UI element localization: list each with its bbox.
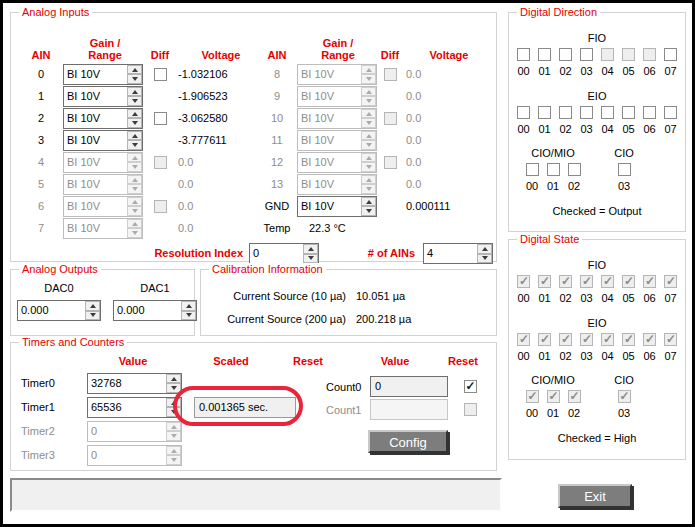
spin-up-icon[interactable]	[361, 65, 376, 75]
spin-up-icon[interactable]	[361, 153, 376, 163]
digital-bit-checkbox[interactable]	[526, 390, 539, 403]
digital-bit-checkbox[interactable]	[580, 333, 593, 346]
digital-bit-checkbox[interactable]	[580, 106, 593, 119]
spin-up-icon[interactable]	[127, 131, 142, 141]
counter-reset-checkbox[interactable]	[464, 403, 477, 416]
digital-bit-checkbox[interactable]	[559, 275, 572, 288]
digital-bit-checkbox[interactable]	[517, 275, 530, 288]
spin-up-icon[interactable]	[166, 398, 181, 408]
gain-range-spinner[interactable]: BI 10V	[63, 174, 143, 195]
exit-button[interactable]: Exit	[558, 484, 632, 508]
spin-up-icon[interactable]	[127, 87, 142, 97]
spin-down-icon[interactable]	[361, 162, 376, 172]
digital-bit-checkbox[interactable]	[517, 48, 530, 61]
gain-range-spinner[interactable]: BI 10V	[297, 174, 377, 195]
spin-down-icon[interactable]	[361, 96, 376, 106]
gain-range-spinner[interactable]: BI 10V	[63, 130, 143, 151]
diff-checkbox[interactable]	[384, 68, 397, 81]
dac-spinner[interactable]: 0.000	[17, 300, 101, 321]
counter-value-box[interactable]: 0	[370, 376, 448, 397]
spin-down-icon[interactable]	[85, 311, 100, 321]
digital-bit-checkbox[interactable]	[601, 48, 614, 61]
digital-bit-checkbox[interactable]	[664, 48, 677, 61]
digital-bit-checkbox[interactable]	[622, 106, 635, 119]
counter-value-box[interactable]	[370, 399, 448, 420]
spin-down-icon[interactable]	[127, 140, 142, 150]
digital-bit-checkbox[interactable]	[538, 275, 551, 288]
digital-bit-checkbox[interactable]	[643, 106, 656, 119]
diff-checkbox[interactable]	[384, 112, 397, 125]
spin-down-icon[interactable]	[361, 206, 376, 216]
spin-up-icon[interactable]	[361, 175, 376, 185]
spin-down-icon[interactable]	[127, 96, 142, 106]
spin-up-icon[interactable]	[166, 374, 181, 384]
spin-down-icon[interactable]	[127, 118, 142, 128]
diff-checkbox[interactable]	[154, 200, 167, 213]
dac-spinner[interactable]: 0.000	[113, 300, 197, 321]
gain-range-spinner[interactable]: BI 10V	[63, 108, 143, 129]
spin-down-icon[interactable]	[127, 228, 142, 238]
timer-value-spinner[interactable]: 0	[87, 445, 182, 466]
diff-checkbox[interactable]	[154, 112, 167, 125]
digital-bit-checkbox[interactable]	[622, 333, 635, 346]
config-button[interactable]: Config	[368, 430, 448, 453]
digital-bit-checkbox[interactable]	[664, 275, 677, 288]
digital-bit-checkbox[interactable]	[517, 106, 530, 119]
gain-range-spinner[interactable]: BI 10V	[297, 108, 377, 129]
digital-bit-checkbox[interactable]	[664, 106, 677, 119]
gain-range-spinner[interactable]: BI 10V	[297, 64, 377, 85]
gain-range-spinner[interactable]: BI 10V	[63, 86, 143, 107]
digital-bit-checkbox[interactable]	[559, 333, 572, 346]
spin-down-icon[interactable]	[127, 206, 142, 216]
spin-down-icon[interactable]	[361, 118, 376, 128]
gain-range-spinner[interactable]: BI 10V	[297, 152, 377, 173]
spin-up-icon[interactable]	[361, 131, 376, 141]
digital-bit-checkbox[interactable]	[618, 390, 631, 403]
digital-bit-checkbox[interactable]	[559, 48, 572, 61]
counter-reset-checkbox[interactable]	[464, 380, 477, 393]
spin-down-icon[interactable]	[477, 254, 492, 264]
gain-range-spinner[interactable]: BI 10V	[297, 196, 377, 217]
spin-down-icon[interactable]	[127, 74, 142, 84]
spin-down-icon[interactable]	[303, 254, 318, 264]
spin-down-icon[interactable]	[181, 311, 196, 321]
digital-bit-checkbox[interactable]	[526, 163, 539, 176]
gain-range-spinner[interactable]: BI 10V	[63, 218, 143, 239]
diff-checkbox[interactable]	[154, 156, 167, 169]
gain-range-spinner[interactable]: BI 10V	[297, 86, 377, 107]
timer-value-spinner[interactable]: 0	[87, 421, 182, 442]
spin-down-icon[interactable]	[127, 184, 142, 194]
spin-up-icon[interactable]	[303, 244, 318, 254]
digital-bit-checkbox[interactable]	[568, 163, 581, 176]
digital-bit-checkbox[interactable]	[643, 275, 656, 288]
spin-down-icon[interactable]	[361, 74, 376, 84]
spin-down-icon[interactable]	[166, 383, 181, 393]
spin-down-icon[interactable]	[166, 455, 181, 465]
resolution-index-spinner[interactable]: 0	[249, 243, 319, 264]
spin-up-icon[interactable]	[166, 446, 181, 456]
spin-up-icon[interactable]	[127, 197, 142, 207]
spin-up-icon[interactable]	[166, 422, 181, 432]
spin-down-icon[interactable]	[166, 407, 181, 417]
timer-value-spinner[interactable]: 65536	[87, 397, 182, 418]
num-ains-spinner[interactable]: 4	[423, 243, 493, 264]
digital-bit-checkbox[interactable]	[538, 333, 551, 346]
timer-value-spinner[interactable]: 32768	[87, 373, 182, 394]
gain-range-spinner[interactable]: BI 10V	[63, 196, 143, 217]
digital-bit-checkbox[interactable]	[643, 333, 656, 346]
digital-bit-checkbox[interactable]	[580, 48, 593, 61]
digital-bit-checkbox[interactable]	[601, 106, 614, 119]
gain-range-spinner[interactable]: BI 10V	[297, 130, 377, 151]
digital-bit-checkbox[interactable]	[559, 106, 572, 119]
spin-up-icon[interactable]	[361, 87, 376, 97]
spin-up-icon[interactable]	[127, 109, 142, 119]
digital-bit-checkbox[interactable]	[538, 106, 551, 119]
digital-bit-checkbox[interactable]	[622, 48, 635, 61]
spin-up-icon[interactable]	[85, 301, 100, 311]
digital-bit-checkbox[interactable]	[580, 275, 593, 288]
digital-bit-checkbox[interactable]	[643, 48, 656, 61]
diff-checkbox[interactable]	[154, 68, 167, 81]
spin-up-icon[interactable]	[127, 219, 142, 229]
digital-bit-checkbox[interactable]	[547, 390, 560, 403]
digital-bit-checkbox[interactable]	[568, 390, 581, 403]
